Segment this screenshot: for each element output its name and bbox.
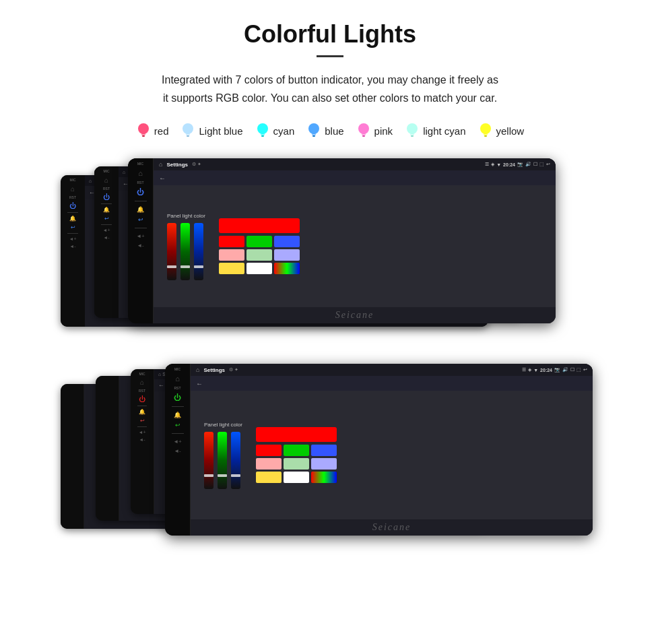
color-item-blue: blue — [306, 122, 343, 139]
svg-rect-13 — [362, 133, 366, 135]
color-item-yellow: yellow — [478, 122, 525, 139]
blue-bulb-icon — [306, 122, 321, 139]
svg-rect-5 — [187, 135, 189, 137]
page-container: Colorful Lights Integrated with 7 colors… — [0, 0, 660, 579]
color-label-yellow: yellow — [496, 125, 525, 137]
groups-container: MIC ⌂ RST ⏻ 🔔 ↩ ◄+ ◄- ⌂ — [27, 158, 633, 552]
color-label-lightcyan: light cyan — [423, 125, 465, 137]
color-item-lightblue: Light blue — [180, 122, 242, 139]
color-label-lightblue: Light blue — [199, 125, 242, 137]
red-bulb-icon — [136, 122, 151, 139]
top-devices-group: MIC ⌂ RST ⏻ 🔔 ↩ ◄+ ◄- ⌂ — [61, 158, 599, 340]
color-label-cyan: cyan — [273, 125, 295, 137]
yellow-bulb-icon — [478, 122, 493, 139]
color-item-cyan: cyan — [255, 122, 295, 139]
svg-rect-14 — [362, 135, 365, 137]
color-indicators-row: red Light blue cyan — [27, 122, 633, 139]
cyan-bulb-icon — [255, 122, 270, 139]
watermark-bottom: Seicane — [191, 519, 593, 536]
svg-rect-4 — [186, 133, 190, 135]
svg-point-18 — [480, 123, 491, 134]
svg-point-9 — [308, 123, 319, 134]
svg-rect-1 — [141, 133, 145, 135]
color-label-red: red — [154, 125, 169, 137]
svg-rect-8 — [261, 135, 264, 137]
svg-rect-11 — [312, 135, 315, 137]
color-label-pink: pink — [374, 125, 393, 137]
color-item-pink: pink — [356, 122, 393, 139]
pink-bulb-icon — [356, 122, 371, 139]
svg-point-3 — [183, 123, 193, 134]
svg-point-12 — [358, 123, 369, 134]
watermark-top: Seicane — [154, 307, 556, 323]
svg-point-0 — [138, 123, 149, 134]
bottom-device-4-main: MIC ⌂ RST ⏻ 🔔 ↩ ◄+ ◄- — [165, 364, 593, 536]
device-mockup-3-main: MIC ⌂ RST ⏻ 🔔 ↩ ◄+ ◄- — [128, 158, 556, 323]
description-text: Integrated with 7 colors of button indic… — [40, 71, 620, 107]
panel-light-label: Panel light color — [167, 213, 205, 219]
svg-rect-2 — [142, 135, 145, 137]
svg-rect-17 — [411, 135, 414, 137]
color-item-lightcyan: light cyan — [405, 122, 465, 139]
title-divider — [317, 55, 343, 57]
color-item-red: red — [136, 122, 169, 139]
title-section: Colorful Lights Integrated with 7 colors… — [27, 20, 633, 107]
svg-point-6 — [257, 123, 268, 134]
svg-rect-20 — [484, 135, 487, 137]
svg-rect-16 — [410, 133, 414, 135]
color-label-blue: blue — [325, 125, 343, 137]
lightblue-bulb-icon — [180, 122, 195, 139]
lightcyan-bulb-icon — [405, 122, 420, 139]
svg-rect-10 — [312, 133, 316, 135]
svg-rect-19 — [484, 133, 488, 135]
svg-rect-7 — [261, 133, 265, 135]
svg-point-15 — [407, 123, 418, 134]
bottom-devices-group: MIC ⌂ RST ⏻ 🔔 ↩ ◄+ ◄- ⌂ Set... — [61, 364, 599, 552]
page-title: Colorful Lights — [27, 20, 633, 49]
panel-light-label-bottom: Panel light color — [204, 422, 242, 428]
